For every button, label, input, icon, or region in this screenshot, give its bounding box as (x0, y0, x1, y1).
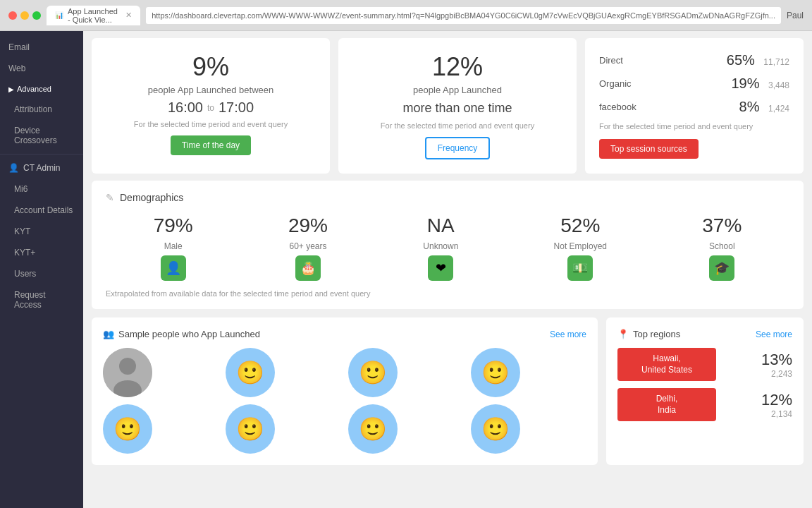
avatar-2[interactable]: 🙂 (226, 348, 275, 397)
sample-people-card: 👥 Sample people who App Launched See mor… (92, 318, 598, 465)
demo-icon-unknown: ❤ (428, 255, 453, 281)
demo-pct-age: 29% (288, 214, 328, 237)
smiley-face-7: 🙂 (359, 416, 387, 442)
demographics-row: 79% Male 👤 29% 60+ years 🎂 NA Unknown ❤ (106, 214, 789, 281)
sidebar-item-request-access[interactable]: Request Access (0, 284, 83, 315)
pin-icon: 📍 (617, 329, 629, 339)
source-stats-facebook: 8% 1,424 (739, 99, 789, 115)
smiley-face-4: 🙂 (481, 359, 510, 386)
demographics-title: Demographics (120, 192, 183, 203)
sidebar: Email Web ▶ Advanced Attribution Device … (0, 31, 83, 508)
demo-icon-age: 🎂 (295, 255, 321, 281)
avatar-6[interactable]: 🙂 (226, 404, 275, 454)
region-pct-hawaii: 13% (761, 351, 792, 368)
stat-description-2: people App Launched (352, 85, 562, 95)
sample-people-see-more[interactable]: See more (550, 329, 586, 339)
browser-chrome: 📊 App Launched - Quick Vie... ✕ https://… (0, 0, 812, 31)
sidebar-item-email[interactable]: Email (0, 37, 83, 58)
frequency-button[interactable]: Frequency (425, 137, 491, 159)
time-of-day-button[interactable]: Time of the day (171, 135, 251, 155)
region-stats-hawaii: 13% 2,243 (761, 351, 792, 379)
top-regions-title-container: 📍 Top regions (617, 329, 680, 339)
app-container: 📊 App Launched - Quick Vie... ✕ https://… (0, 0, 812, 508)
sidebar-item-mi6[interactable]: Mi6 (0, 179, 83, 200)
time-of-day-card: 9% people App Launched between 16:00 to … (92, 38, 330, 174)
user-icon: 👤 (8, 163, 19, 173)
demo-pct-male: 79% (154, 214, 193, 237)
frequency-card: 12% people App Launched more than one ti… (338, 38, 577, 174)
sidebar-item-account-details[interactable]: Account Details (0, 200, 83, 221)
window-controls (8, 11, 41, 20)
source-stats-direct: 65% 11,712 (727, 52, 789, 68)
url-text: https://dashboard.clevertap.com/WWW-WWW-… (152, 11, 775, 20)
demographics-header: ✎ Demographics (106, 192, 789, 203)
demographics-section: ✎ Demographics 79% Male 👤 29% 60+ years … (92, 181, 804, 309)
attribution-label: Attribution (14, 104, 52, 114)
edit-icon[interactable]: ✎ (106, 192, 114, 203)
user-name: Paul (787, 11, 804, 20)
sidebar-item-kyt-plus[interactable]: KYT+ (0, 242, 83, 263)
time-from: 16:00 (168, 99, 203, 116)
smiley-face-2: 🙂 (236, 359, 264, 386)
avatar-1[interactable] (103, 348, 152, 397)
request-access-label: Request Access (14, 290, 75, 310)
demo-label-male: Male (164, 241, 183, 251)
top-session-sources-button[interactable]: Top session sources (599, 139, 699, 159)
account-details-label: Account Details (14, 205, 73, 215)
demo-pct-employment: 52% (560, 214, 600, 237)
stat-percentage-2: 12% (352, 52, 562, 82)
sidebar-item-advanced[interactable]: ▶ Advanced (0, 79, 83, 99)
avatar-8[interactable]: 🙂 (471, 404, 520, 454)
kyt-plus-label: KYT+ (14, 248, 35, 258)
minimize-button-mac[interactable] (20, 11, 29, 20)
tab-close-icon[interactable]: ✕ (125, 11, 132, 20)
time-to-value: 17:00 (219, 99, 254, 116)
demographics-note: Extrapolated from available data for the… (106, 289, 789, 298)
top-regions-title: Top regions (633, 329, 680, 339)
sidebar-ct-admin[interactable]: 👤 CT Admin (0, 157, 83, 179)
source-pct-facebook: 8% (739, 99, 760, 114)
people-icon: 👥 (103, 329, 114, 339)
bottom-row: 👥 Sample people who App Launched See mor… (83, 318, 812, 473)
avatar-7[interactable]: 🙂 (348, 404, 398, 454)
smiley-face-6: 🙂 (236, 416, 264, 442)
source-row-organic: Organic 19% 3,448 (599, 75, 789, 92)
tab-favicon: 📊 (55, 11, 63, 19)
kyt-label: KYT (14, 226, 30, 236)
avatar-3[interactable]: 🙂 (348, 348, 398, 397)
source-row-facebook: facebook 8% 1,424 (599, 99, 789, 115)
url-bar[interactable]: https://dashboard.clevertap.com/WWW-WWW-… (146, 7, 781, 24)
sidebar-item-web[interactable]: Web (0, 58, 83, 79)
avatar-5[interactable]: 🙂 (103, 404, 152, 454)
demo-item-unknown: NA Unknown ❤ (423, 214, 458, 281)
source-stats-organic: 19% 3,448 (731, 75, 789, 92)
main-content: 9% people App Launched between 16:00 to … (83, 31, 812, 508)
source-pct-organic: 19% (731, 75, 759, 91)
stat-description-1: people App Launched between (106, 85, 316, 95)
smiley-face-8: 🙂 (481, 416, 510, 442)
close-button-mac[interactable] (8, 11, 17, 20)
top-regions-card: 📍 Top regions See more Hawaii,United Sta… (606, 318, 804, 465)
sidebar-item-users[interactable]: Users (0, 263, 83, 284)
time-to-label: to (207, 103, 214, 113)
demo-item-male: 79% Male 👤 (154, 214, 193, 281)
sources-note: For the selected time period and event q… (599, 122, 789, 131)
sidebar-item-device-crossovers[interactable]: Device Crossovers (0, 120, 83, 151)
source-pct-direct: 65% (727, 52, 755, 68)
source-name-direct: Direct (599, 55, 623, 66)
browser-tab[interactable]: 📊 App Launched - Quick Vie... ✕ (47, 6, 140, 25)
sample-people-title: Sample people who App Launched (118, 329, 260, 339)
region-button-hawaii[interactable]: Hawaii,United States (617, 348, 716, 381)
avatar-4[interactable]: 🙂 (471, 348, 520, 397)
region-button-delhi[interactable]: Delhi,India (617, 388, 716, 421)
stat-subtext-2: more than one time (352, 101, 562, 116)
sidebar-item-kyt[interactable]: KYT (0, 221, 83, 242)
demo-pct-unknown: NA (427, 214, 455, 237)
source-name-facebook: facebook (599, 102, 636, 112)
source-count-direct: 11,712 (763, 57, 789, 67)
maximize-button-mac[interactable] (32, 11, 41, 20)
email-label: Email (8, 42, 30, 52)
sidebar-item-attribution[interactable]: Attribution (0, 99, 83, 120)
top-regions-header: 📍 Top regions See more (617, 329, 792, 339)
top-regions-see-more[interactable]: See more (756, 329, 792, 339)
